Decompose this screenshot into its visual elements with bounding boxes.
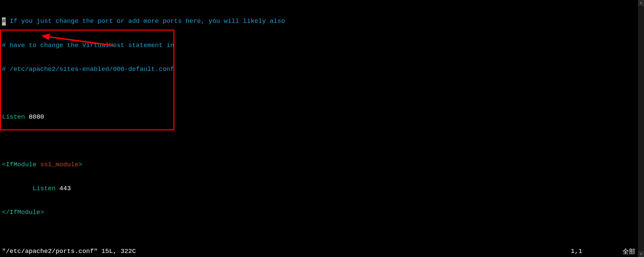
blank-line — [2, 89, 644, 97]
vertical-scrollbar[interactable]: ʌ v — [638, 0, 644, 257]
code-line: # /etc/apache2/sites-enabled/000-default… — [2, 66, 644, 74]
tag-close-angle: > — [78, 161, 82, 168]
blank-line — [2, 232, 644, 241]
ifmodule-tag: IfModule — [6, 161, 36, 168]
listen-directive: Listen — [2, 113, 25, 121]
code-line: Listen 443 — [2, 185, 644, 193]
status-file-info: "/etc/apache2/ports.conf" 15L, 322C — [2, 248, 136, 256]
code-line: # have to change the VirtualHost stateme… — [2, 42, 644, 50]
code-line: </IfModule> — [2, 209, 644, 217]
status-scope: 全部 — [623, 248, 635, 256]
comment-text: /etc/apache2/sites-enabled/000-default.c… — [6, 66, 174, 73]
blank-line — [2, 137, 644, 145]
ifmodule-close-tag: </IfModule> — [2, 209, 44, 216]
code-line: <IfModule ssl_module> — [2, 161, 644, 169]
scroll-up-arrow-icon[interactable]: ʌ — [638, 0, 644, 6]
listen-directive: Listen — [33, 185, 55, 192]
vim-status-bar: "/etc/apache2/ports.conf" 15L, 322C 1,1 … — [2, 248, 644, 256]
comment-text: If you just change the port or add more … — [6, 17, 285, 25]
comment-text: have to change the VirtualHost statement… — [6, 42, 174, 49]
tag-open-angle: < — [2, 161, 6, 168]
status-cursor-position: 1,1 — [571, 248, 582, 256]
listen-port: 443 — [59, 185, 71, 192]
code-line: Listen 8080 — [2, 113, 644, 121]
code-line: # If you just change the port or add mor… — [2, 17, 644, 26]
comment-hash: # — [2, 42, 6, 49]
vim-editor-buffer[interactable]: # If you just change the port or add mor… — [0, 0, 644, 257]
cursor: # — [2, 17, 6, 26]
listen-port: 8080 — [29, 113, 44, 121]
scroll-down-arrow-icon[interactable]: v — [638, 251, 644, 257]
module-name: ssl_module — [40, 161, 78, 168]
comment-hash: # — [2, 66, 6, 73]
